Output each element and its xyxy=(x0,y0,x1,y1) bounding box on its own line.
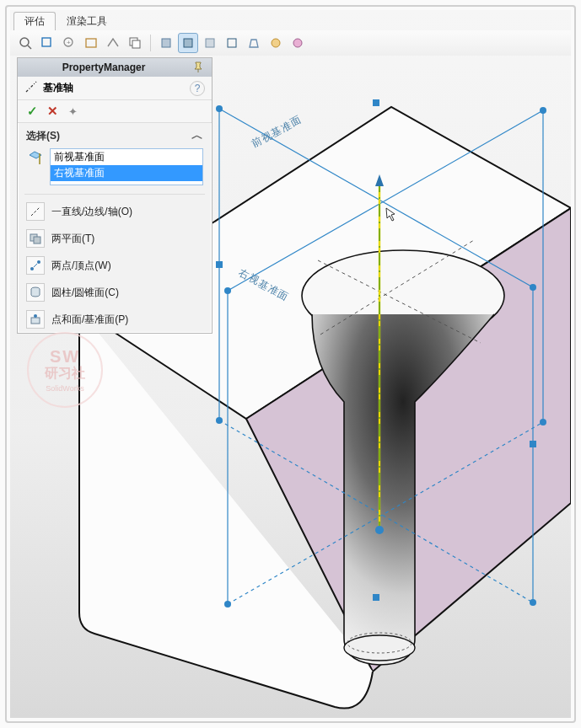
svg-point-48 xyxy=(30,267,34,270)
cylinder-icon xyxy=(26,283,45,302)
action-bar: ✓ ✕ ✦ xyxy=(18,100,212,123)
svg-point-34 xyxy=(540,419,546,426)
cancel-button[interactable]: ✕ xyxy=(45,104,60,119)
axis-icon xyxy=(24,80,38,96)
property-manager-panel: PropertyManager 基准轴 ? ✓ ✕ ✦ 选择(S) ︿ xyxy=(17,57,212,334)
pin-panel-icon[interactable] xyxy=(190,59,207,76)
opt-line-edge[interactable]: 一直线/边线/轴(O) xyxy=(18,198,212,225)
svg-point-49 xyxy=(37,260,40,264)
svg-line-45 xyxy=(31,207,40,216)
svg-point-17 xyxy=(344,635,415,661)
selection-row: 前视基准面 右视基准面 xyxy=(18,148,212,190)
svg-point-28 xyxy=(530,284,536,291)
svg-point-27 xyxy=(216,105,223,112)
svg-point-30 xyxy=(530,599,536,606)
opt-cylinder-cone[interactable]: 圆柱/圆锥面(C) xyxy=(18,279,212,306)
svg-line-43 xyxy=(26,82,36,92)
line-axis-icon xyxy=(26,202,45,221)
point-face-icon xyxy=(26,310,45,329)
panel-titlebar: PropertyManager xyxy=(18,58,212,77)
svg-point-33 xyxy=(224,601,231,608)
help-icon[interactable]: ? xyxy=(190,81,205,96)
svg-rect-38 xyxy=(373,594,379,601)
feature-header: 基准轴 ? xyxy=(18,77,212,100)
svg-point-42 xyxy=(375,526,384,534)
selection-type-icon[interactable] xyxy=(26,148,45,185)
two-points-icon xyxy=(26,256,45,275)
ok-button[interactable]: ✓ xyxy=(24,104,40,119)
panel-title: PropertyManager xyxy=(18,62,190,73)
opt-two-planes[interactable]: 两平面(T) xyxy=(18,225,212,252)
feature-name: 基准轴 xyxy=(43,81,73,95)
chevron-up-icon: ︿ xyxy=(191,128,203,143)
svg-line-50 xyxy=(34,264,37,267)
preview-button[interactable]: ✦ xyxy=(65,104,80,119)
selection-section-header[interactable]: 选择(S) ︿ xyxy=(18,123,212,148)
svg-rect-52 xyxy=(31,318,40,324)
list-item[interactable]: 前视基准面 xyxy=(51,149,202,165)
svg-point-53 xyxy=(34,314,37,318)
svg-rect-37 xyxy=(373,99,379,106)
svg-point-29 xyxy=(216,417,223,424)
svg-rect-47 xyxy=(34,237,40,244)
watermark: SW 研习社 SolidWorks xyxy=(27,332,103,408)
svg-point-31 xyxy=(224,287,231,294)
selection-list[interactable]: 前视基准面 右视基准面 xyxy=(50,148,203,185)
opt-two-points[interactable]: 两点/顶点(W) xyxy=(18,252,212,279)
svg-rect-35 xyxy=(216,261,223,268)
opt-point-face[interactable]: 点和面/基准面(P) xyxy=(18,306,212,333)
selection-label: 选择(S) xyxy=(26,129,60,143)
viewport[interactable]: 评估 渲染工具 + xyxy=(10,10,571,718)
list-item[interactable]: 右视基准面 xyxy=(51,165,202,181)
svg-point-32 xyxy=(540,107,546,114)
svg-rect-36 xyxy=(530,441,536,447)
two-planes-icon xyxy=(26,229,45,248)
